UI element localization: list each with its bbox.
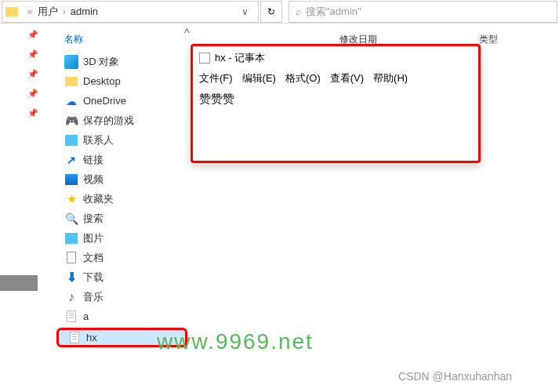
file-label: 音乐: [83, 290, 103, 304]
contacts-icon: [64, 133, 78, 147]
pin-icon[interactable]: 📌: [0, 69, 53, 79]
file-item-links[interactable]: ↗链接: [53, 150, 191, 169]
nav-item[interactable]: [0, 275, 38, 291]
breadcrumb-parent[interactable]: 用户: [38, 5, 58, 19]
file-label: 视频: [83, 172, 103, 187]
file-label: 文档: [83, 251, 103, 265]
notepad-window[interactable]: hx - 记事本 文件(F) 编辑(E) 格式(O) 查看(V) 帮助(H) 赞…: [191, 44, 481, 163]
search-input[interactable]: ⌕ 搜索"admin": [289, 1, 557, 23]
address-bar[interactable]: « 用户 › admin ∨: [2, 1, 259, 23]
file-label: hx: [86, 332, 97, 343]
file-item-contacts[interactable]: 联系人: [53, 130, 191, 150]
folder-icon: [5, 7, 18, 16]
quick-access-pane: 📌 📌 📌 📌 📌: [0, 24, 53, 392]
file-item-favorites[interactable]: ★收藏夹: [53, 189, 191, 209]
file-item-searches[interactable]: 🔍搜索: [53, 209, 191, 228]
star-icon: ★: [64, 192, 78, 206]
document-icon: [64, 251, 78, 265]
video-icon: [64, 172, 78, 187]
search-folder-icon: 🔍: [64, 212, 78, 226]
file-item-downloads[interactable]: ⬇下载: [53, 267, 191, 287]
notepad-title-text: hx - 记事本: [215, 51, 265, 65]
column-header-name[interactable]: 名称: [53, 30, 191, 52]
search-placeholder: 搜索"admin": [306, 5, 361, 19]
refresh-icon: ↻: [267, 6, 275, 17]
dropdown-icon[interactable]: ∨: [241, 6, 249, 17]
file-label: a: [83, 310, 89, 322]
file-label: 收藏夹: [83, 192, 114, 206]
music-icon: ♪: [64, 290, 78, 304]
up-arrow-icon[interactable]: ^: [184, 27, 190, 39]
menu-edit[interactable]: 编辑(E): [242, 71, 276, 85]
watermark-text: www.9969.net: [157, 329, 314, 354]
notepad-text-area[interactable]: 赞赞赞: [193, 90, 478, 108]
download-icon: ⬇: [64, 270, 78, 285]
file-label: 搜索: [83, 212, 103, 226]
file-label: Desktop: [83, 75, 121, 87]
pin-icon[interactable]: 📌: [0, 49, 53, 60]
pin-icon[interactable]: 📌: [0, 30, 53, 40]
menu-file[interactable]: 文件(F): [199, 71, 233, 85]
text-file-icon: [67, 331, 82, 345]
pin-icon[interactable]: 📌: [0, 108, 53, 118]
credit-text: CSDN @Hanxuhanhan: [398, 370, 512, 383]
cloud-icon: ☁: [64, 94, 78, 108]
file-label: 保存的游戏: [83, 114, 134, 128]
3d-icon: [64, 55, 78, 69]
file-item-desktop[interactable]: Desktop: [53, 71, 191, 91]
file-item-music[interactable]: ♪音乐: [53, 287, 191, 307]
file-item-pictures[interactable]: 图片: [53, 228, 191, 248]
file-item-savedgames[interactable]: 🎮保存的游戏: [53, 111, 191, 130]
breadcrumb-current[interactable]: admin: [71, 5, 98, 17]
file-label: OneDrive: [83, 95, 126, 107]
folder-icon: [64, 74, 78, 89]
file-item-onedrive[interactable]: ☁OneDrive: [53, 91, 191, 111]
text-file-icon: [64, 310, 78, 324]
file-label: 链接: [83, 153, 103, 167]
file-label: 下载: [83, 270, 103, 285]
file-item-videos[interactable]: 视频: [53, 169, 191, 189]
file-label: 图片: [83, 231, 103, 245]
picture-icon: [64, 231, 78, 245]
file-item-documents[interactable]: 文档: [53, 248, 191, 267]
notepad-menubar: 文件(F) 编辑(E) 格式(O) 查看(V) 帮助(H): [193, 70, 478, 90]
file-label: 联系人: [83, 133, 114, 147]
header-bar: « 用户 › admin ∨ ↻ ⌕ 搜索"admin": [0, 0, 559, 24]
file-label: 3D 对象: [83, 55, 119, 69]
chevron-icon: ›: [63, 6, 66, 17]
menu-view[interactable]: 查看(V): [330, 71, 364, 85]
refresh-button[interactable]: ↻: [260, 1, 282, 23]
pin-icon[interactable]: 📌: [0, 89, 53, 99]
notepad-titlebar[interactable]: hx - 记事本: [193, 46, 478, 70]
game-icon: 🎮: [64, 114, 78, 128]
column-header-type[interactable]: 类型: [479, 33, 498, 46]
file-item-a[interactable]: a: [53, 307, 191, 326]
link-icon: ↗: [64, 153, 78, 167]
notepad-icon: [199, 53, 210, 64]
menu-help[interactable]: 帮助(H): [373, 71, 408, 85]
file-item-3d-objects[interactable]: 3D 对象: [53, 52, 191, 71]
history-chevron-icon[interactable]: «: [27, 6, 33, 17]
search-icon: ⌕: [296, 6, 301, 17]
menu-format[interactable]: 格式(O): [285, 71, 321, 85]
